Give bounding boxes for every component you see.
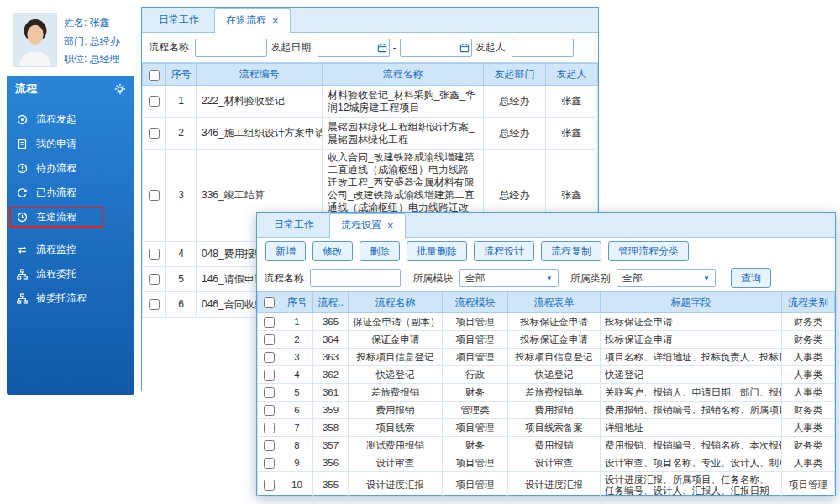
add-button[interactable]: 新增	[265, 241, 306, 261]
w2-filter-bar: 流程名称: 所属模块: 全部 ▼ 所属类别: 全部 ▼ 查询	[257, 265, 835, 291]
tab-daily-work[interactable]: 日常工作	[262, 213, 326, 237]
sidebar-item-label: 流程委托	[36, 267, 76, 281]
edit-button[interactable]: 修改	[312, 241, 353, 261]
table-row[interactable]: 4 362 快递登记 行政 快递登记 快递登记 人事类	[258, 366, 835, 384]
cell-name: 设计审查	[349, 454, 443, 472]
sidebar-item-my-applications[interactable]: 我的申请	[7, 132, 134, 156]
table-row[interactable]: 9 356 设计审查 项目管理 设计审查 设计审查、项目名称、专业、设计人、制单…	[258, 454, 835, 472]
cell-form: 投标保证金申请	[508, 331, 601, 349]
profile-card: 姓名: 张鑫 部门: 总经办 职位: 总经理	[7, 7, 134, 76]
table-header-row: 序号 流程.. 流程名称 流程模块 流程表单 标题字段 流程类别	[258, 292, 835, 313]
header-start-dept: 发起部门	[484, 64, 546, 86]
cell-category: 项目管理	[782, 472, 835, 499]
sidebar-item-process-initiate[interactable]: 流程发起	[7, 108, 134, 132]
row-checkbox[interactable]	[264, 480, 275, 491]
batch-delete-button[interactable]: 批量删除	[407, 241, 467, 261]
row-checkbox[interactable]	[149, 190, 160, 201]
row-checkbox[interactable]	[264, 458, 275, 469]
module-select[interactable]: 全部 ▼	[459, 269, 559, 287]
cell-name: 保证金申请（副本）	[349, 313, 443, 331]
row-checkbox[interactable]	[264, 317, 275, 328]
cell-category: 人事类	[782, 454, 835, 472]
gear-icon[interactable]	[114, 83, 126, 95]
row-checkbox[interactable]	[149, 249, 160, 260]
row-checkbox[interactable]	[149, 274, 160, 285]
tab-label: 流程设置	[341, 218, 381, 233]
sidebar-item-process-monitor[interactable]: 流程监控	[7, 238, 134, 262]
calendar-icon[interactable]	[459, 43, 470, 53]
row-checkbox[interactable]	[149, 299, 160, 310]
header-process-name: 流程名称	[349, 292, 443, 313]
process-design-button[interactable]: 流程设计	[474, 241, 534, 261]
tab-label: 在途流程	[226, 13, 266, 28]
cell-checkbox	[258, 366, 281, 384]
window-process-settings: 日常工作 流程设置 × 新增 修改 删除 批量删除 流程设计 流程复制 管理流程…	[256, 212, 836, 496]
table-row[interactable]: 2 346_施工组织设计方案申请 晨铭园林绿化工程组织设计方案_晨铭园林绿化工程…	[143, 118, 598, 150]
w1-tab-bar: 日常工作 在途流程 ×	[142, 8, 598, 33]
chevron-down-icon: ▼	[546, 275, 553, 282]
sidebar-section-header: 流程	[7, 76, 134, 102]
table-row[interactable]: 8 357 测试费用报销 财务 费用报销 费用报销、报销编号、报销名称、本次报销…	[258, 437, 835, 454]
cell-checkbox	[258, 384, 281, 402]
manage-category-button[interactable]: 管理流程分类	[608, 241, 689, 261]
cell-checkbox	[258, 454, 281, 472]
row-checkbox[interactable]	[264, 440, 275, 451]
sidebar-item-todo-processes[interactable]: 待办流程	[7, 156, 134, 181]
process-name-input[interactable]	[310, 269, 401, 287]
date-separator: -	[393, 42, 396, 54]
cell-form: 投标项目信息登记	[508, 349, 601, 366]
sidebar-item-process-delegate[interactable]: 流程委托	[7, 262, 134, 286]
row-checkbox[interactable]	[264, 387, 275, 398]
row-checkbox[interactable]	[149, 96, 160, 107]
sidebar-item-done-processes[interactable]: 已办流程	[7, 181, 134, 205]
sidebar-item-label: 被委托流程	[36, 291, 87, 306]
cell-no: 7	[281, 419, 313, 437]
table-row[interactable]: 6 359 费用报销 管理类 费用报销 费用报销、报销编号、报销名称、所属项目 …	[258, 402, 835, 419]
filter-label-category: 所属类别:	[570, 271, 613, 286]
initiator-input[interactable]	[512, 39, 574, 57]
process-copy-button[interactable]: 流程复制	[541, 241, 601, 261]
cell-name: 设计进度汇报	[349, 472, 443, 499]
cell-title-fields: 投标保证金申请	[601, 331, 782, 349]
sidebar-item-in-transit-processes[interactable]: 在途流程	[7, 205, 134, 229]
delete-button[interactable]: 删除	[360, 241, 400, 261]
tab-in-transit[interactable]: 在途流程 ×	[214, 8, 291, 33]
table-row[interactable]: 3 363 投标项目信息登记 项目管理 投标项目信息登记 项目名称、详细地址、投…	[258, 349, 835, 366]
cell-no: 6	[166, 292, 197, 318]
cell-title-fields: 设计进度汇报、所属项目、任务名称、任务编号、设计人、汇报人、汇报日期	[601, 472, 782, 499]
select-all-checkbox[interactable]	[149, 70, 160, 81]
select-all-checkbox[interactable]	[264, 297, 275, 308]
sidebar-item-delegated-processes[interactable]: 被委托流程	[7, 286, 134, 311]
table-row[interactable]: 7 358 项目线索 项目管理 项目线索备案 详细地址 人事类	[258, 419, 835, 437]
category-select[interactable]: 全部 ▼	[617, 269, 716, 287]
table-row[interactable]: 1 365 保证金申请（副本） 项目管理 投标保证金申请 投标保证金申请 财务类	[258, 313, 835, 331]
process-name-input[interactable]	[195, 39, 267, 57]
calendar-icon[interactable]	[377, 43, 387, 53]
row-checkbox[interactable]	[264, 370, 275, 381]
table-row[interactable]: 2 364 保证金申请 项目管理 投标保证金申请 投标保证金申请 财务类	[258, 331, 835, 349]
row-checkbox[interactable]	[264, 423, 275, 433]
row-checkbox[interactable]	[149, 128, 160, 139]
row-checkbox[interactable]	[264, 405, 275, 416]
sidebar: 姓名: 张鑫 部门: 总经办 职位: 总经理 流程	[7, 7, 134, 395]
table-row[interactable]: 1 222_材料验收登记 材料验收登记_材料采购_张鑫_华润12城房建工程项目 …	[143, 86, 598, 118]
search-button[interactable]: 查询	[731, 268, 771, 288]
tab-close-icon[interactable]: ×	[272, 15, 279, 26]
cell-id: 364	[313, 331, 349, 349]
row-checkbox[interactable]	[264, 352, 275, 363]
cell-form: 快递登记	[508, 366, 601, 384]
cell-name: 投标项目信息登记	[349, 349, 443, 366]
row-checkbox[interactable]	[264, 334, 275, 345]
cell-title-fields: 关联客户、报销人、申请日期、部门、报销合计	[601, 384, 782, 402]
tab-close-icon[interactable]: ×	[387, 220, 394, 231]
cell-checkbox	[143, 242, 166, 267]
table-row[interactable]: 10 355 设计进度汇报 项目管理 设计进度汇报 设计进度汇报、所属项目、任务…	[258, 472, 835, 499]
cell-no: 10	[281, 472, 313, 499]
cell-form: 差旅费报销单	[508, 384, 601, 402]
date-to-field	[400, 39, 472, 57]
tab-daily-work[interactable]: 日常工作	[147, 8, 211, 32]
table-row[interactable]: 5 361 差旅费报销 财务 差旅费报销单 关联客户、报销人、申请日期、部门、报…	[258, 384, 835, 402]
sitemap-icon	[17, 293, 29, 304]
header-title-fields: 标题字段	[601, 292, 782, 313]
tab-process-settings[interactable]: 流程设置 ×	[329, 213, 406, 238]
